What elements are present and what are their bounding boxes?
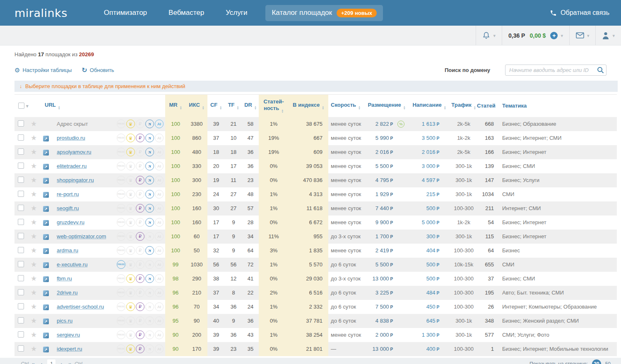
- crown-badge-icon[interactable]: [126, 190, 135, 199]
- favorite-star-icon[interactable]: [31, 289, 37, 297]
- nav-item-catalog-active[interactable]: Каталог площадок +209 новых: [265, 5, 383, 21]
- ruble-badge-icon[interactable]: [136, 316, 144, 325]
- col-header-traffic[interactable]: Трафик: [451, 102, 472, 108]
- site-url[interactable]: apsolyamov.ru: [57, 149, 91, 155]
- ruble-badge-icon[interactable]: [136, 120, 144, 128]
- press-badge-icon[interactable]: PRESS: [117, 162, 125, 170]
- favorite-star-icon[interactable]: [31, 218, 37, 226]
- crown-badge-icon[interactable]: [126, 260, 135, 269]
- external-link-icon[interactable]: [43, 150, 49, 156]
- paper-plane-badge-icon[interactable]: [145, 316, 154, 325]
- crown-badge-icon[interactable]: [126, 218, 135, 227]
- row-checkbox[interactable]: [18, 303, 24, 309]
- ruble-badge-icon[interactable]: [136, 148, 144, 156]
- press-badge-icon[interactable]: PRESS: [117, 274, 125, 283]
- external-link-icon[interactable]: [43, 192, 49, 198]
- col-header-iks[interactable]: ИКС: [189, 102, 200, 108]
- favorite-star-icon[interactable]: [31, 134, 37, 142]
- external-link-icon[interactable]: [43, 206, 49, 212]
- favorite-star-icon[interactable]: [31, 331, 37, 339]
- messages-group[interactable]: [569, 26, 596, 45]
- last-page-button[interactable]: »: [68, 361, 72, 364]
- press-badge-icon[interactable]: PRESS: [117, 302, 125, 311]
- press-badge-icon[interactable]: PRESS: [117, 288, 125, 297]
- press-badge-icon[interactable]: PRESS: [117, 204, 125, 213]
- favorite-star-icon[interactable]: [31, 204, 37, 212]
- site-url[interactable]: fbm.ru: [57, 275, 72, 282]
- press-badge-icon[interactable]: PRESS: [117, 134, 125, 142]
- row-checkbox[interactable]: [18, 289, 24, 295]
- col-header-url[interactable]: URL: [45, 102, 56, 108]
- crown-badge-icon[interactable]: [126, 120, 135, 128]
- press-badge-icon[interactable]: PRESS: [117, 246, 125, 255]
- favorite-star-icon[interactable]: [31, 303, 37, 311]
- crown-badge-icon[interactable]: [126, 162, 135, 170]
- press-badge-icon[interactable]: PRESS: [117, 148, 125, 156]
- ruble-badge-icon[interactable]: [136, 218, 144, 227]
- sort-icon[interactable]: [202, 106, 205, 110]
- sort-icon[interactable]: [254, 106, 257, 110]
- col-header-placement[interactable]: Размещение: [368, 102, 401, 108]
- press-badge-icon[interactable]: PRESS: [117, 330, 125, 339]
- press-badge-icon[interactable]: PRESS: [117, 260, 125, 269]
- user-icon[interactable]: [602, 31, 609, 40]
- col-header-tf[interactable]: TF: [228, 102, 235, 108]
- sort-icon[interactable]: [403, 106, 406, 110]
- paper-plane-badge-icon[interactable]: [145, 148, 154, 156]
- favorite-star-icon[interactable]: [31, 261, 37, 268]
- external-link-icon[interactable]: [43, 333, 49, 338]
- site-url[interactable]: gruzdevv.ru: [57, 219, 84, 225]
- ai-badge-icon[interactable]: AI: [155, 190, 164, 199]
- add-funds-icon[interactable]: [550, 32, 558, 39]
- row-checkbox[interactable]: [18, 317, 24, 323]
- col-header-mr[interactable]: MR: [169, 102, 177, 108]
- row-checkbox[interactable]: [18, 148, 24, 155]
- row-checkbox[interactable]: [18, 275, 24, 281]
- ai-badge-icon[interactable]: AI: [155, 302, 164, 311]
- sort-icon[interactable]: [58, 106, 60, 110]
- ai-badge-icon[interactable]: AI: [155, 330, 164, 339]
- press-badge-icon[interactable]: PRESS: [117, 176, 125, 184]
- press-badge-icon[interactable]: PRESS: [117, 345, 125, 353]
- sort-icon[interactable]: [358, 106, 361, 110]
- press-badge-icon[interactable]: PRESS: [117, 190, 125, 199]
- site-url[interactable]: pics.ru: [57, 318, 72, 324]
- select-all-checkbox[interactable]: [18, 103, 24, 109]
- paper-plane-badge-icon[interactable]: [145, 288, 154, 297]
- ai-badge-icon[interactable]: AI: [155, 176, 164, 184]
- chevron-down-icon[interactable]: [26, 103, 29, 109]
- notifications-group[interactable]: [476, 26, 502, 45]
- crown-badge-icon[interactable]: [126, 134, 135, 142]
- envelope-icon[interactable]: [576, 32, 584, 38]
- site-url[interactable]: shoppingator.ru: [57, 177, 94, 183]
- favorite-star-icon[interactable]: [31, 190, 37, 198]
- favorite-star-icon[interactable]: [31, 247, 37, 254]
- crown-badge-icon[interactable]: [126, 330, 135, 339]
- favorite-star-icon[interactable]: [31, 232, 37, 240]
- ai-badge-icon[interactable]: AI: [155, 218, 164, 227]
- ai-badge-icon[interactable]: AI: [155, 148, 164, 156]
- row-checkbox[interactable]: [18, 205, 24, 211]
- ruble-badge-icon[interactable]: [136, 302, 144, 311]
- external-link-icon[interactable]: [43, 234, 49, 240]
- external-link-icon[interactable]: [43, 248, 49, 254]
- row-checkbox[interactable]: [18, 247, 24, 253]
- site-url[interactable]: 2drive.ru: [57, 290, 78, 296]
- row-checkbox[interactable]: [18, 233, 24, 239]
- col-header-speed[interactable]: Скорость: [331, 102, 356, 108]
- refresh-button[interactable]: Обновить: [82, 66, 114, 74]
- current-page[interactable]: 1: [47, 359, 55, 364]
- press-badge-icon[interactable]: PRESS: [117, 232, 125, 241]
- favorite-star-icon[interactable]: [31, 148, 37, 156]
- crown-badge-icon[interactable]: [126, 288, 135, 297]
- paper-plane-badge-icon[interactable]: [145, 162, 154, 170]
- prev-page-button[interactable]: ‹: [41, 361, 43, 364]
- prev-ctrl-button[interactable]: ← Ctrl: [14, 361, 29, 364]
- ruble-badge-icon[interactable]: [136, 190, 144, 199]
- ai-badge-icon[interactable]: AI: [155, 120, 164, 128]
- sort-icon[interactable]: [237, 106, 239, 110]
- press-badge-icon[interactable]: PRESS: [117, 218, 125, 227]
- ruble-badge-icon[interactable]: [136, 288, 144, 297]
- external-link-icon[interactable]: [43, 164, 49, 170]
- favorite-star-icon[interactable]: [31, 345, 37, 353]
